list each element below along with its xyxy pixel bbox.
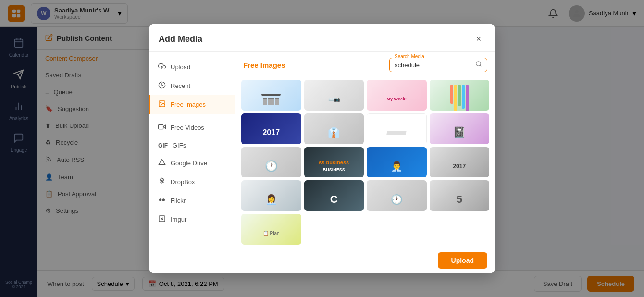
modal-nav-upload[interactable]: Upload	[149, 58, 235, 76]
image-thumb-2[interactable]: ⌨️📷	[304, 80, 364, 111]
flickr-icon	[158, 196, 166, 205]
svg-line-28	[480, 65, 482, 67]
image-thumb-6[interactable]: 👔	[304, 113, 364, 144]
search-wrapper: Search Media	[389, 58, 487, 72]
image-thumb-1[interactable]	[241, 80, 301, 111]
modal-content-header: Free Images Search Media	[235, 52, 495, 76]
image-thumb-12[interactable]: 2017	[430, 147, 490, 178]
svg-point-23	[162, 198, 165, 201]
dropbox-icon	[158, 177, 166, 186]
modal-content-area: Free Images Search Media	[235, 52, 495, 273]
modal-nav-free-videos[interactable]: Free Videos	[149, 118, 235, 137]
svg-marker-21	[159, 159, 165, 164]
nav-divider-1	[149, 116, 235, 116]
modal-nav-dropbox[interactable]: DropBox	[149, 173, 235, 191]
google-drive-icon	[158, 159, 166, 168]
modal-header: Add Media ×	[149, 24, 495, 52]
svg-point-27	[476, 62, 481, 66]
search-media-label: Search Media	[393, 54, 426, 59]
image-thumb-8[interactable]: 📓	[430, 113, 490, 144]
imgur-icon	[158, 215, 166, 224]
svg-marker-19	[163, 125, 166, 129]
modal-nav-imgur[interactable]: Imgur	[149, 210, 235, 229]
close-button[interactable]: ×	[472, 32, 485, 46]
image-thumb-3[interactable]: My Week!	[367, 80, 427, 111]
recent-icon	[158, 81, 166, 90]
image-thumb-15[interactable]: 🕐	[367, 180, 427, 211]
image-thumb-4[interactable]	[430, 80, 490, 111]
gifs-icon: GIF	[158, 142, 168, 149]
modal-nav: Upload Recent Free Images	[149, 52, 235, 273]
free-images-icon	[158, 100, 166, 109]
modal-nav-google-drive[interactable]: Google Drive	[149, 154, 235, 173]
modal-footer: Upload	[235, 247, 495, 273]
svg-point-18	[161, 102, 161, 103]
modal-nav-gifs[interactable]: GIF GIFs	[149, 137, 235, 154]
modal-nav-recent[interactable]: Recent	[149, 76, 235, 95]
upload-icon	[158, 62, 166, 72]
image-thumb-13[interactable]: 👩‍💼	[241, 180, 301, 211]
modal-overlay[interactable]: Add Media × Upload Recent	[0, 0, 644, 297]
modal-title: Add Media	[159, 34, 202, 44]
image-thumb-14[interactable]: C	[304, 180, 364, 211]
search-icon[interactable]	[475, 61, 482, 69]
image-thumb-16[interactable]: 5	[430, 180, 490, 211]
free-images-content-title: Free Images	[243, 61, 285, 69]
upload-button[interactable]: Upload	[438, 252, 487, 269]
modal-nav-free-images[interactable]: Free Images	[149, 95, 235, 114]
image-thumb-7[interactable]	[367, 113, 427, 144]
image-thumb-5[interactable]: 2017	[241, 113, 301, 144]
image-grid: ⌨️📷 My Week!	[235, 76, 495, 273]
image-thumb-17[interactable]: 📋 Plan	[241, 214, 301, 245]
search-box	[389, 58, 487, 72]
svg-point-22	[159, 198, 161, 201]
image-thumb-9[interactable]: 🕐	[241, 147, 301, 178]
svg-rect-20	[159, 124, 163, 129]
image-thumb-11[interactable]: 👨‍💼	[367, 147, 427, 178]
search-input[interactable]	[395, 62, 471, 69]
image-thumb-10[interactable]: ss businessBUSINESS	[304, 147, 364, 178]
add-media-modal: Add Media × Upload Recent	[149, 24, 495, 273]
modal-nav-flickr[interactable]: Flickr	[149, 191, 235, 210]
modal-body: Upload Recent Free Images	[149, 52, 495, 273]
free-videos-icon	[158, 123, 166, 132]
